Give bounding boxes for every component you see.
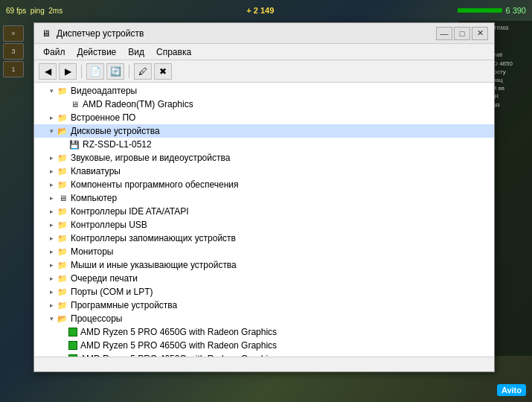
device-icon-ssd: 💾 <box>68 138 80 150</box>
tree-node-software2[interactable]: ▸ 📁 Программные устройства <box>34 299 494 312</box>
expander-procs[interactable]: ▾ <box>46 313 57 324</box>
menu-action[interactable]: Действие <box>71 45 123 59</box>
toolbar-forward[interactable]: ▶ <box>59 63 77 80</box>
game-left-panel: × 3 1 <box>0 22 30 320</box>
tree-node-mice[interactable]: ▸ 📁 Мыши и иные указывающие устройства <box>34 258 494 272</box>
toolbar: ◀ ▶ 📄 🔄 🖊 ✖ <box>34 60 494 83</box>
tree-node-monitors[interactable]: ▸ 📁 Мониторы <box>34 245 494 258</box>
folder-icon-audio: 📁 <box>57 152 68 164</box>
title-bar[interactable]: 🖥 Диспетчер устройств — □ ✕ <box>34 23 494 44</box>
expander-software2[interactable]: ▸ <box>46 300 57 310</box>
menu-help[interactable]: Справка <box>150 45 197 59</box>
maximize-button[interactable]: □ <box>454 27 470 40</box>
tree-node-procs[interactable]: ▾ 📂 Процессоры <box>34 312 494 325</box>
tree-node-storage[interactable]: ▸ 📁 Контроллеры запоминающих устройств <box>34 232 494 245</box>
node-label-usb: Контроллеры USB <box>71 220 147 230</box>
folder-icon-ide: 📁 <box>57 205 68 217</box>
window-icon: 🖥 <box>40 28 52 39</box>
gold-display: + 2 149 <box>246 6 274 15</box>
toolbar-properties[interactable]: 📄 <box>86 63 104 80</box>
window-title: Диспетчер устройств <box>57 28 436 39</box>
expander-audio[interactable]: ▸ <box>46 153 57 163</box>
folder-icon-ports: 📁 <box>57 286 68 298</box>
folder-icon-monitors: 📁 <box>57 246 68 258</box>
toolbar-remove[interactable]: ✖ <box>154 63 172 80</box>
menu-file[interactable]: Файл <box>37 45 71 59</box>
node-label-procs: Процессоры <box>71 313 123 324</box>
tree-node-cpu-2[interactable]: AMD Ryzen 5 PRO 4650G with Radeon Graphi… <box>34 339 494 352</box>
computer-icon: 🖥 <box>57 192 68 204</box>
folder-icon-storage: 📁 <box>57 232 68 244</box>
tree-node-print[interactable]: ▸ 📁 Очереди печати <box>34 272 494 285</box>
folder-icon-mice: 📁 <box>57 259 68 271</box>
folder-icon-software: 📁 <box>57 179 68 191</box>
toolbar-scan[interactable]: 🔄 <box>106 63 124 80</box>
expander-video[interactable]: ▾ <box>46 86 57 96</box>
expander-computer[interactable]: ▸ <box>46 193 57 203</box>
expander-storage[interactable]: ▸ <box>46 233 57 243</box>
tree-node-keyboards[interactable]: ▸ 📁 Клавиатуры <box>34 165 494 178</box>
ms-value: 2ms <box>48 7 63 15</box>
tree-node-video[interactable]: ▾ 📁 Видеоадаптеры <box>34 84 494 98</box>
node-label-firmware: Встроенное ПО <box>71 112 135 123</box>
toolbar-sep-1 <box>81 65 82 78</box>
folder-icon-print: 📁 <box>57 272 68 284</box>
node-label-keyboards: Клавиатуры <box>71 166 121 176</box>
avito-badge: Avito <box>497 384 526 396</box>
folder-icon-video: 📁 <box>57 85 68 97</box>
folder-icon-software2: 📁 <box>57 299 68 311</box>
tree-node-audio[interactable]: ▸ 📁 Звуковые, игровые и видеоустройства <box>34 151 494 165</box>
expander-software[interactable]: ▸ <box>46 179 57 190</box>
expander-mice[interactable]: ▸ <box>46 260 57 270</box>
node-label-monitors: Мониторы <box>71 246 113 257</box>
node-label-storage: Контроллеры запоминающих устройств <box>71 233 236 243</box>
node-label-software: Компоненты программного обеспечения <box>71 179 239 190</box>
node-label-ide: Контроллеры IDE ATA/ATAPI <box>71 206 189 217</box>
node-label-disks: Дисковые устройства <box>71 126 160 136</box>
credits-display: 6 390 <box>505 6 526 15</box>
tree-node-ports[interactable]: ▸ 📁 Порты (COM и LPT) <box>34 285 494 299</box>
tree-node-ide[interactable]: ▸ 📁 Контроллеры IDE ATA/ATAPI <box>34 205 494 218</box>
menu-view[interactable]: Вид <box>122 45 150 59</box>
expander-firmware[interactable]: ▸ <box>46 112 57 123</box>
tree-node-disks[interactable]: ▾ 📂 Дисковые устройства <box>34 124 494 138</box>
tree-node-cpu-1[interactable]: AMD Ryzen 5 PRO 4650G with Radeon Graphi… <box>34 325 494 339</box>
cpu-icon-1 <box>68 328 77 336</box>
badge-2: 3 <box>3 43 24 60</box>
cpu-icon-2 <box>68 341 77 350</box>
expander-ide[interactable]: ▸ <box>46 206 57 217</box>
health-bar <box>458 8 502 13</box>
tree-node-amd-radeon[interactable]: 🖥 AMD Radeon(TM) Graphics <box>34 98 494 111</box>
ping-label: ping <box>31 7 45 15</box>
folder-icon-firmware: 📁 <box>57 112 68 124</box>
fps-value: 69 fps <box>6 7 26 15</box>
toolbar-edit[interactable]: 🖊 <box>134 63 152 80</box>
expander-keyboards[interactable]: ▸ <box>46 166 57 176</box>
node-label-radeon: AMD Radeon(TM) Graphics <box>83 99 193 109</box>
folder-icon-disks: 📂 <box>57 125 68 137</box>
tree-node-ssd[interactable]: 💾 RZ-SSD-L1-0512 <box>34 138 494 151</box>
tree-node-computer[interactable]: ▸ 🖥 Компьютер <box>34 191 494 205</box>
node-label-video: Видеоадаптеры <box>71 86 137 96</box>
tree-node-usb[interactable]: ▸ 📁 Контроллеры USB <box>34 218 494 232</box>
expander-disks[interactable]: ▾ <box>46 126 57 136</box>
tree-node-firmware[interactable]: ▸ 📁 Встроенное ПО <box>34 111 494 124</box>
minimize-button[interactable]: — <box>436 27 452 40</box>
folder-icon-procs: 📂 <box>57 313 68 325</box>
expander-print[interactable]: ▸ <box>46 273 57 284</box>
menu-bar: Файл Действие Вид Справка <box>34 44 494 60</box>
expander-ports[interactable]: ▸ <box>46 287 57 297</box>
close-button[interactable]: ✕ <box>472 27 488 40</box>
expander-usb[interactable]: ▸ <box>46 220 57 230</box>
tree-node-software[interactable]: ▸ 📁 Компоненты программного обеспечения <box>34 178 494 191</box>
cpu-label-1: AMD Ryzen 5 PRO 4650G with Radeon Graphi… <box>80 327 277 337</box>
fps-display: 69 fps ping 2ms <box>6 7 63 15</box>
device-tree[interactable]: ▾ 📁 Видеоадаптеры 🖥 AMD Radeon(TM) Graph… <box>34 83 494 357</box>
folder-icon-keyboards: 📁 <box>57 165 68 177</box>
expander-monitors[interactable]: ▸ <box>46 246 57 257</box>
node-label-audio: Звуковые, игровые и видеоустройства <box>71 153 230 163</box>
folder-icon-usb: 📁 <box>57 219 68 231</box>
status-bar <box>34 357 494 371</box>
toolbar-back[interactable]: ◀ <box>39 63 57 80</box>
device-icon-radeon: 🖥 <box>68 98 80 110</box>
